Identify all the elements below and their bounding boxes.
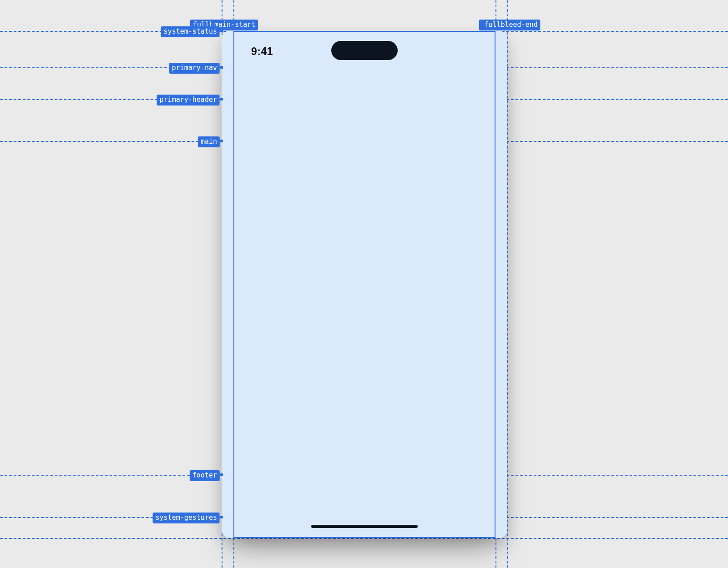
tag-fullbleed-end: fullbleed-end bbox=[481, 20, 540, 30]
tick bbox=[220, 30, 223, 32]
tick bbox=[220, 516, 223, 518]
tag-footer: footer bbox=[190, 470, 220, 481]
tag-primary-header: primary-header bbox=[157, 95, 220, 106]
tick bbox=[220, 473, 223, 476]
guide-v-fullbleed-end bbox=[507, 0, 508, 568]
tick bbox=[220, 66, 223, 69]
tag-main: main bbox=[198, 136, 220, 147]
guide-h-system-gestures bbox=[0, 538, 728, 539]
tag-primary-nav: primary-nav bbox=[169, 63, 220, 74]
tick bbox=[220, 140, 223, 142]
inner-guide-rect bbox=[233, 31, 495, 538]
tag-system-status: system-status bbox=[161, 26, 220, 37]
tag-system-gestures: system-gestures bbox=[153, 513, 220, 523]
canvas: 9:41 fullbleed-start main-start main-end… bbox=[0, 0, 728, 568]
tick bbox=[220, 98, 223, 101]
